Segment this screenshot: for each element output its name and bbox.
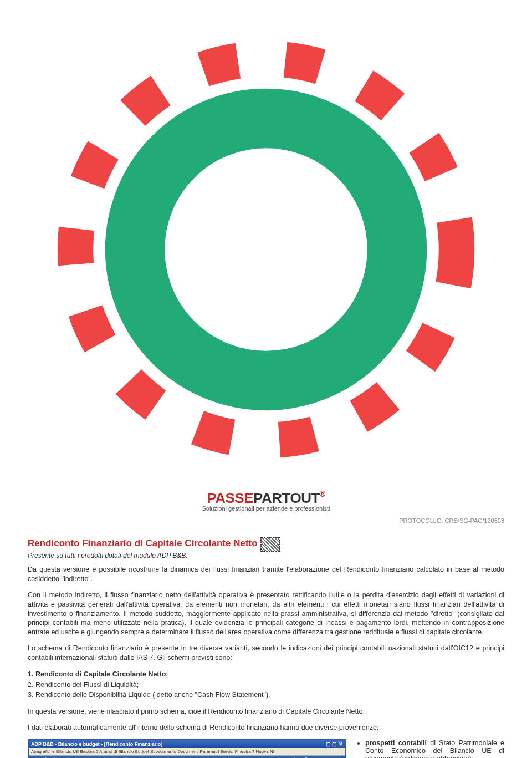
window-controls-icon[interactable]: ▢ ▢ ✕ [326,741,343,747]
app-titlebar-1: ADP B&B - Bilancio e budget - [Rendicont… [29,740,345,748]
list-item-3: 3. Rendiconto delle Disponibilità Liquid… [28,690,504,700]
body-paragraph-3: Lo schema di Rendiconto finanziario è pr… [28,644,504,663]
protocol-line: PROTOCOLLO: CRS/SG-PAC/120503 [28,517,504,524]
body-paragraph-1: Da questa versione è possibile ricostrui… [28,565,504,584]
body-paragraph-5: I dati elaborati automaticamente all'int… [28,723,504,732]
logo-tagline: Soluzioni gestionali per aziende e profe… [28,505,504,512]
list-item-2: 2. Rendiconto dei Flussi di Liquidità; [28,680,504,690]
page-subtitle: Presente su tutti i prodotti dotati del … [28,552,504,559]
logo-icon [28,481,504,490]
camera-icon [260,537,280,552]
body-paragraph-2: Con il metodo indiretto, il flusso finan… [28,591,504,637]
info-bar-1: ◄ Azienda aperta: ABC - ABC SRL (2012) g… [29,756,345,758]
logo-text-b: PARTOUT [253,490,320,507]
page-title: Rendiconto Finanziario di Capitale Circo… [28,538,258,549]
reg-icon: ® [320,490,325,498]
bullet-prospetti: prospetti contabili di Stato Patrimonial… [365,739,504,758]
titlebar-text: ADP B&B - Bilancio e budget - [Rendicont… [31,741,162,747]
header-logo: PASSEPARTOUT® Soluzioni gestionali per a… [28,11,504,512]
body-paragraph-4: In questa versione, viene rilasciato il … [28,707,504,716]
screenshot-1: ADP B&B - Bilancio e budget - [Rendicont… [28,739,346,758]
logo-text-a: PASSE [207,490,253,507]
app-menubar-1[interactable]: Anagrafiche Bilancio UE Basilea 2 Analis… [29,748,345,756]
list-item-1: 1. Rendiconto di Capitale Circolante Net… [28,669,504,680]
svg-point-0 [135,119,397,381]
